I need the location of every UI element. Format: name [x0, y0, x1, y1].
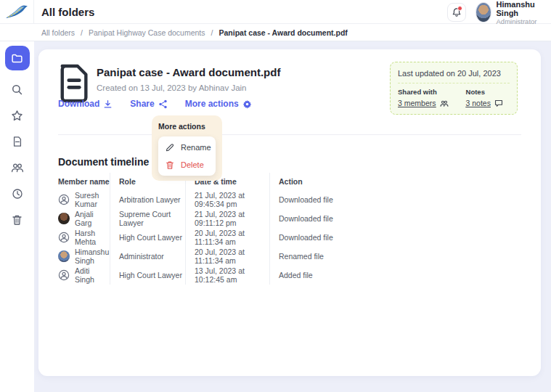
- menu-item-delete[interactable]: Delete: [158, 156, 216, 173]
- notes-link[interactable]: 3 notes: [466, 99, 503, 107]
- breadcrumb-separator: /: [211, 28, 213, 37]
- more-actions-menu: More actions Rename Delete: [152, 115, 222, 181]
- page-title: All folders: [41, 6, 94, 18]
- pencil-icon: [166, 143, 174, 152]
- rename-label: Rename: [181, 143, 211, 152]
- document-type-icon: [58, 64, 91, 103]
- shared-members-count: 3 members: [398, 99, 436, 107]
- breadcrumb-item-all-folders[interactable]: All folders: [41, 28, 75, 37]
- more-actions-menu-title: More actions: [158, 122, 216, 131]
- users-icon: [11, 162, 24, 173]
- notes-label: Notes: [466, 88, 503, 96]
- document-detail-card: Panipat case - Award document.pdf Create…: [38, 49, 541, 376]
- user-menu[interactable]: Himanshu Singh Administrator: [476, 1, 551, 23]
- member-name: Harsh Mehta: [75, 229, 110, 246]
- comment-icon: [494, 99, 503, 107]
- table-row-member: Aditi Singh: [58, 266, 110, 285]
- folder-icon: [11, 52, 23, 65]
- column-header-action: Action: [279, 173, 386, 190]
- table-row-action: Added file: [279, 266, 386, 285]
- table-row-datetime: 21 Jul, 2023 at 09:45:34 pm: [195, 190, 270, 209]
- trash-icon: [166, 160, 174, 170]
- member-name: Anjali Garg: [75, 210, 110, 227]
- table-row-role: Administrator: [119, 247, 186, 266]
- member-name: Suresh Kumar: [75, 191, 110, 208]
- search-icon: [11, 83, 23, 96]
- member-avatar: [58, 194, 70, 205]
- members-icon: [440, 99, 449, 107]
- timeline-table: Member name Role Date & time Action Sure…: [58, 173, 386, 285]
- breadcrumb-separator: /: [81, 28, 83, 37]
- sidebar-nav: [0, 41, 34, 392]
- last-updated-text: Last updated on 20 Jul, 2023: [398, 69, 510, 78]
- more-actions-button[interactable]: More actions: [185, 99, 252, 109]
- breadcrumb: All folders / Panipat Highway Case docum…: [0, 24, 551, 41]
- table-row-role: High Court Lawyer: [119, 266, 186, 285]
- file-icon: [12, 136, 23, 147]
- column-header-member: Member name: [58, 173, 110, 190]
- table-row-action: Downloaded file: [279, 209, 386, 228]
- table-row-datetime: 13 Jul, 2023 at 10:12:45 am: [195, 266, 270, 285]
- share-button[interactable]: Share: [130, 99, 167, 109]
- member-avatar: [58, 213, 70, 224]
- table-row-member: Anjali Garg: [58, 209, 110, 228]
- notification-badge: [457, 6, 462, 11]
- breadcrumb-item-current: Panipat case - Award document.pdf: [219, 28, 347, 37]
- gear-icon: [242, 99, 252, 109]
- table-row-datetime: 20 Jul, 2023 at 11:11:34 am: [195, 228, 270, 247]
- sidebar-item-search[interactable]: [10, 82, 25, 97]
- share-icon: [158, 99, 168, 109]
- table-row-member: Himanshu Singh: [58, 247, 110, 266]
- shared-with-label: Shared with: [398, 88, 449, 96]
- timeline-title: Document timeline: [58, 156, 149, 168]
- app-logo[interactable]: [0, 0, 34, 24]
- member-name: Himanshu Singh: [75, 248, 110, 265]
- sidebar-item-documents[interactable]: [10, 134, 25, 149]
- sidebar-item-trash[interactable]: [10, 213, 25, 227]
- table-row-role: Arbitration Lawyer: [119, 190, 186, 209]
- user-name: Himanshu Singh: [497, 0, 544, 17]
- document-actions: Download Share More actions: [58, 99, 252, 109]
- table-row-action: Downloaded file: [279, 228, 386, 247]
- table-row-datetime: 21 Jul, 2023 at 09:11:12 pm: [195, 209, 270, 228]
- download-label: Download: [58, 99, 99, 109]
- user-avatar: [476, 2, 491, 23]
- table-row-datetime: 20 Jul, 2023 at 11:11:34 am: [195, 247, 270, 266]
- notes-count: 3 notes: [466, 99, 491, 107]
- member-avatar: [58, 250, 70, 262]
- sidebar-item-recent[interactable]: [10, 187, 25, 201]
- file-info-card: Last updated on 20 Jul, 2023 Shared with…: [390, 62, 518, 115]
- member-avatar: [58, 232, 70, 243]
- sidebar-item-members[interactable]: [10, 160, 25, 175]
- member-name: Aditi Singh: [75, 266, 110, 284]
- menu-item-rename[interactable]: Rename: [158, 139, 216, 156]
- more-actions-menu-card: Rename Delete: [158, 136, 216, 176]
- table-row-action: Renamed file: [279, 247, 386, 266]
- shared-members-link[interactable]: 3 members: [398, 99, 449, 107]
- sidebar-item-folders[interactable]: [5, 46, 30, 70]
- table-row-member: Harsh Mehta: [58, 228, 110, 247]
- star-icon: [11, 110, 23, 122]
- top-bar: All folders Himanshu Singh Administrator: [0, 0, 551, 24]
- share-label: Share: [130, 99, 154, 109]
- clock-icon: [12, 188, 23, 200]
- delete-label: Delete: [181, 160, 204, 169]
- download-button[interactable]: Download: [58, 99, 113, 109]
- table-row-action: Downloaded file: [279, 190, 386, 209]
- user-role: Administrator: [497, 17, 544, 25]
- table-row-role: High Court Lawyer: [119, 228, 186, 247]
- download-icon: [103, 99, 113, 109]
- more-actions-label: More actions: [185, 99, 239, 109]
- table-row-role: Supreme Court Lawyer: [119, 209, 186, 228]
- section-divider: [58, 134, 521, 135]
- document-created-text: Created on 13 Jul, 2023 by Abhinav Jain: [97, 83, 247, 92]
- highway-logo-icon: [5, 4, 28, 20]
- table-row-member: Suresh Kumar: [58, 190, 110, 209]
- member-avatar: [58, 269, 70, 281]
- sidebar-item-favorites[interactable]: [10, 108, 25, 123]
- info-card-divider: [398, 83, 510, 83]
- document-title: Panipat case - Award document.pdf: [97, 66, 280, 78]
- breadcrumb-item-case-documents[interactable]: Panipat Highway Case documents: [89, 28, 205, 37]
- trash-icon: [12, 214, 23, 226]
- notifications-button[interactable]: [447, 3, 466, 22]
